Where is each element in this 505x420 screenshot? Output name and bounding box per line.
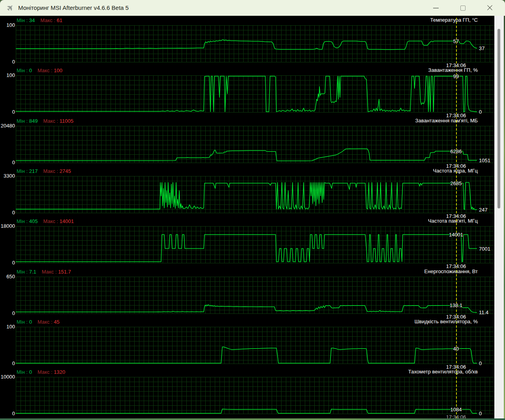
axis-zero-label: 0 [0, 109, 15, 115]
axis-max-label: 20480 [0, 123, 15, 129]
max-value: 1320 [54, 369, 65, 375]
graph-plot-area[interactable]: 1084 0 [16, 377, 494, 414]
axis-zero-label: 0 [0, 59, 15, 65]
maximize-icon [460, 6, 466, 11]
minmax-readout: Мін : 0Макс : 1320 [17, 369, 65, 375]
cursor-timestamp: 17:34:06 [438, 364, 474, 370]
graph-plot-area[interactable]: 2685 247 [16, 176, 494, 213]
max-label: Макс : [38, 319, 54, 325]
min-label: Мін : [17, 17, 29, 23]
axis-zero-label: 0 [0, 411, 15, 416]
minmax-readout: Мін : 217Макс : 2745 [17, 168, 71, 174]
vertical-scrollbar[interactable] [494, 16, 504, 420]
minmax-readout: Мін : 849Макс : 11005 [17, 118, 73, 124]
minmax-readout: Мін : 405Макс : 14001 [17, 218, 74, 224]
max-label: Макс : [43, 168, 59, 174]
min-label: Мін : [17, 218, 29, 224]
monitor-graph-panel: Мін : 405Макс : 14001 Частота пам'яті, М… [0, 217, 505, 267]
title-bar[interactable]: ✈ Моніторинг MSI Afterburner v4.6.6 Beta… [0, 0, 505, 16]
max-label: Макс : [40, 17, 56, 23]
cursor-timestamp: 17:34:06 [438, 62, 474, 68]
axis-max-label: 3300 [0, 173, 15, 179]
current-value-label: 0 [479, 360, 482, 366]
graph-plot-area[interactable]: 57 37 [16, 25, 494, 62]
axis-zero-label: 0 [0, 310, 15, 316]
current-value-label: 0 [479, 411, 482, 416]
cursor-value-label: 40 [453, 346, 459, 352]
monitoring-graphs-area: Мін : 34Макс : 61 Температура ГП, °C 100… [0, 16, 505, 420]
max-value: 45 [54, 319, 59, 325]
cursor-value-label: 1084 [451, 407, 462, 412]
min-label: Мін : [17, 319, 29, 325]
current-value-label: 247 [479, 207, 488, 213]
minimize-button[interactable] [427, 0, 445, 16]
min-label: Мін : [17, 269, 29, 275]
max-label: Макс : [38, 68, 54, 73]
monitor-graph-panel: Мін : 7.1Макс : 151.7 Енергоспоживання, … [0, 267, 505, 317]
graph-plot-area[interactable]: 99 0 [16, 75, 494, 112]
current-value-label: 7001 [479, 246, 490, 251]
axis-max-label: 650 [0, 274, 15, 279]
max-value: 151.7 [58, 269, 71, 275]
minimize-icon [433, 8, 439, 8]
cursor-value-label: 6286 [451, 148, 462, 154]
max-label: Макс : [43, 218, 59, 224]
min-label: Мін : [17, 118, 29, 124]
graph-plot-area[interactable]: 6286 1051 [16, 126, 494, 163]
axis-zero-label: 0 [0, 159, 15, 165]
axis-max-label: 100 [0, 72, 15, 78]
maximize-button[interactable] [454, 0, 472, 16]
current-value-label: 11.4 [479, 309, 488, 315]
axis-zero-label: 0 [0, 360, 15, 366]
cursor-value-label: 99 [453, 73, 459, 79]
min-value: 0 [29, 319, 32, 325]
graph-plot-area[interactable]: 40 0 [16, 327, 494, 364]
min-value: 849 [29, 118, 38, 124]
monitor-graph-panel: Мін : 0Макс : 100 Завантаження ГП, % 100… [0, 66, 505, 116]
cursor-timestamp: 17:34:06 [438, 163, 474, 169]
min-label: Мін : [17, 168, 29, 174]
window-title: Моніторинг MSI Afterburner v4.6.6 Beta 5 [18, 0, 129, 16]
afterburner-jet-icon: ✈ [4, 1, 17, 15]
cursor-value-label: 14001 [449, 232, 463, 238]
min-label: Мін : [17, 68, 29, 73]
cursor-value-label: 138.1 [450, 302, 463, 308]
scrollbar-thumb[interactable] [497, 29, 500, 208]
current-value-label: 1051 [479, 157, 490, 163]
max-label: Макс : [43, 118, 59, 124]
cursor-timestamp: 17:34:06 [438, 263, 474, 269]
min-value: 0 [29, 68, 32, 73]
cursor-value-label: 57 [453, 38, 459, 44]
min-value: 34 [29, 17, 35, 23]
axis-max-label: 100 [0, 22, 15, 28]
monitor-graph-panel: Мін : 0Макс : 1320 Тахометр вентилятора,… [0, 368, 505, 418]
minmax-readout: Мін : 0Макс : 45 [17, 319, 60, 325]
min-value: 7.1 [29, 269, 36, 275]
cursor-timestamp: 17:34:06 [438, 213, 474, 219]
max-value: 100 [54, 68, 62, 73]
cursor-value-label: 2685 [451, 180, 462, 186]
axis-max-label: 100 [0, 324, 15, 330]
min-value: 0 [29, 369, 32, 375]
current-value-label: 0 [479, 109, 482, 115]
minmax-readout: Мін : 0Макс : 100 [17, 68, 62, 73]
cursor-timestamp: 17:34:06 [438, 314, 474, 320]
max-value: 14001 [60, 218, 74, 224]
axis-zero-label: 0 [0, 260, 15, 266]
min-label: Мін : [17, 369, 29, 375]
graph-plot-area[interactable]: 14001 7001 [16, 226, 494, 263]
panel-title: Температура ГП, °C [430, 17, 478, 23]
minmax-readout: Мін : 7.1Макс : 151.7 [17, 269, 71, 275]
close-button[interactable] [481, 0, 499, 16]
min-value: 217 [29, 168, 38, 174]
axis-zero-label: 0 [0, 210, 15, 216]
window-bottom-edge [0, 418, 505, 420]
minmax-readout: Мін : 34Макс : 61 [17, 17, 62, 23]
min-value: 405 [29, 218, 38, 224]
axis-max-label: 10000 [0, 374, 15, 380]
axis-max-label: 18000 [0, 223, 15, 229]
monitor-graph-panel: Мін : 849Макс : 11005 Завантаження пам'я… [0, 116, 505, 167]
monitor-graph-panel: Мін : 0Макс : 45 Швидкість вентилятора, … [0, 317, 505, 368]
graph-plot-area[interactable]: 138.1 11.4 [16, 277, 494, 314]
max-value: 61 [57, 17, 62, 23]
